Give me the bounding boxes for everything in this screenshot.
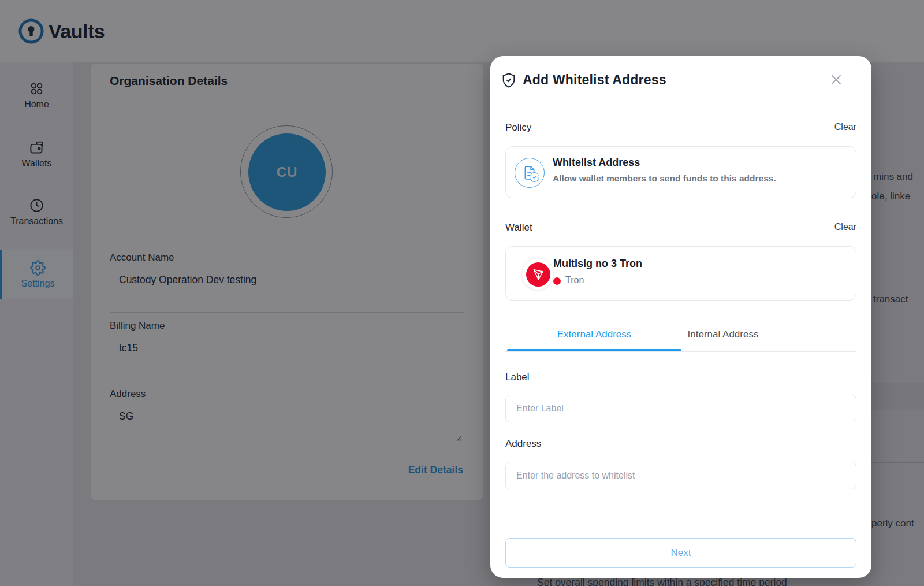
tab-internal-address[interactable]: Internal Address bbox=[665, 329, 781, 340]
policy-selected-card[interactable]: Whitelist Address Allow wallet members t… bbox=[505, 146, 856, 198]
policy-clear-link[interactable]: Clear bbox=[834, 122, 856, 132]
close-icon[interactable] bbox=[829, 72, 844, 87]
shield-badge-icon bbox=[530, 172, 539, 182]
address-input[interactable] bbox=[505, 462, 856, 489]
tab-external-address[interactable]: External Address bbox=[507, 329, 681, 340]
policy-section-label: Policy bbox=[505, 122, 531, 133]
add-whitelist-address-modal: Add Whitelist Address Policy Clear White… bbox=[490, 56, 871, 578]
label-input[interactable] bbox=[505, 395, 856, 422]
page: Vaults Home Wallets Transactions bbox=[0, 0, 924, 586]
policy-document-icon bbox=[515, 158, 545, 188]
wallet-name: Multisig no 3 Tron bbox=[553, 258, 642, 270]
policy-card-title: Whitelist Address bbox=[553, 157, 640, 169]
tron-logo-icon bbox=[526, 262, 550, 287]
wallet-selected-card[interactable]: Multisig no 3 Tron Tron bbox=[505, 246, 856, 301]
label-field-label: Label bbox=[505, 372, 530, 383]
next-button[interactable]: Next bbox=[505, 538, 856, 568]
address-field-label: Address bbox=[505, 438, 541, 450]
modal-title: Add Whitelist Address bbox=[523, 72, 666, 88]
wallet-network: Tron bbox=[565, 275, 584, 285]
wallet-coin-badge bbox=[521, 258, 554, 290]
network-status-dot bbox=[553, 277, 561, 285]
policy-card-description: Allow wallet members to send funds to th… bbox=[553, 173, 776, 184]
wallet-section-label: Wallet bbox=[505, 222, 532, 233]
shield-check-icon bbox=[501, 72, 517, 88]
active-tab-underline bbox=[507, 349, 681, 351]
divider bbox=[490, 106, 871, 106]
wallet-clear-link[interactable]: Clear bbox=[834, 222, 856, 232]
